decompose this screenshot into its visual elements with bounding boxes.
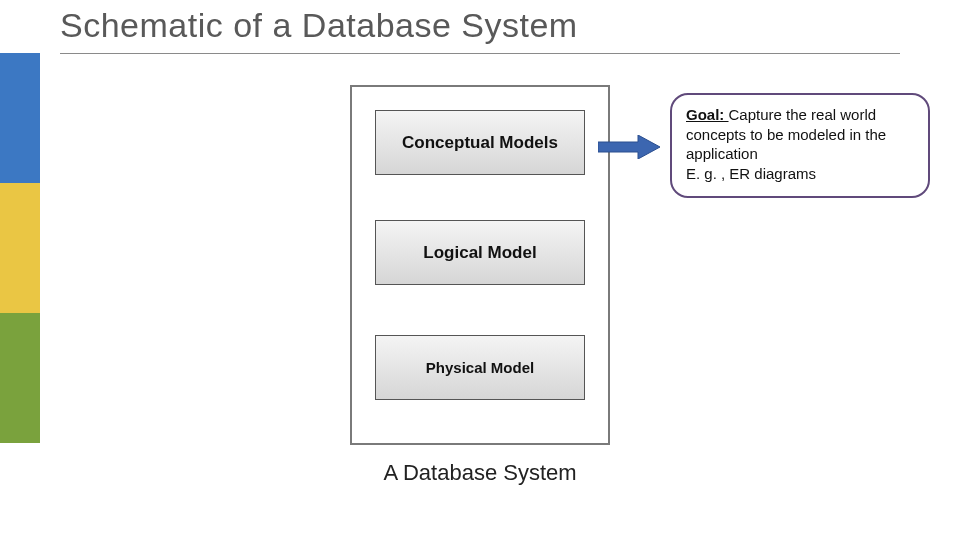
logical-model-label: Logical Model bbox=[423, 243, 536, 263]
decoration-bar-yellow bbox=[0, 183, 40, 313]
conceptual-models-label: Conceptual Models bbox=[402, 133, 558, 153]
decoration-bar-blue bbox=[0, 53, 40, 183]
page-title: Schematic of a Database System bbox=[60, 6, 578, 45]
decoration-bar-green bbox=[0, 313, 40, 443]
container-caption: A Database System bbox=[350, 460, 610, 486]
goal-callout: Goal: Capture the real world concepts to… bbox=[670, 93, 930, 198]
physical-model-box: Physical Model bbox=[375, 335, 585, 400]
physical-model-label: Physical Model bbox=[426, 359, 534, 376]
logical-model-box: Logical Model bbox=[375, 220, 585, 285]
goal-label: Goal: bbox=[686, 106, 729, 123]
title-divider bbox=[60, 53, 900, 54]
conceptual-models-box: Conceptual Models bbox=[375, 110, 585, 175]
goal-example: E. g. , ER diagrams bbox=[686, 165, 816, 182]
slide: { "title": "Schematic of a Database Syst… bbox=[0, 0, 960, 540]
